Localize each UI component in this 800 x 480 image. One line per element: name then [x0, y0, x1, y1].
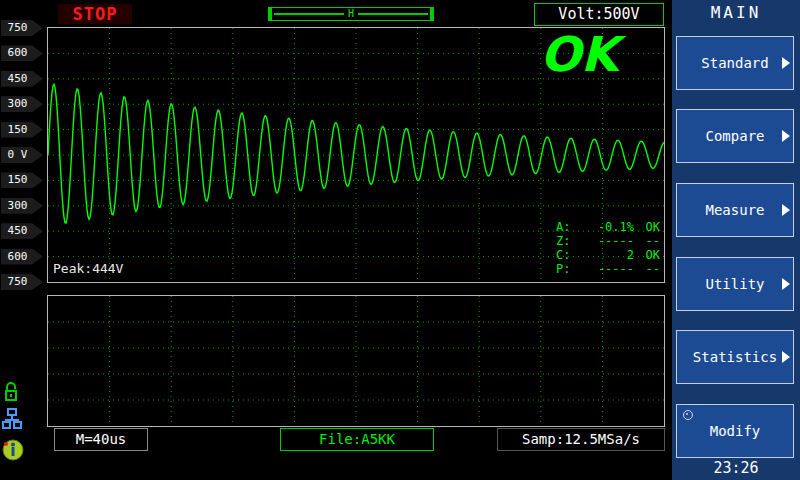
- readout-row: P:-------: [556, 262, 660, 276]
- readout-row: C:2OK: [556, 248, 660, 262]
- chevron-right-icon: [782, 57, 790, 69]
- menu-item-label: Statistics: [693, 349, 777, 365]
- pass-indicator: OK: [540, 28, 618, 80]
- main-menu: MAIN Standard Compare Measure Utility St…: [672, 0, 800, 480]
- menu-item-utility[interactable]: Utility: [676, 257, 794, 311]
- scale-label: 450: [1, 71, 43, 87]
- menu-item-label: Compare: [705, 128, 764, 144]
- file-name[interactable]: File:A5KK: [280, 428, 434, 451]
- menu-item-standard[interactable]: Standard: [676, 36, 794, 90]
- unlock-icon: [2, 381, 20, 405]
- scale-label: 300: [1, 198, 43, 214]
- readout-row: A:-0.1%OK: [556, 220, 660, 234]
- readout-row: Z:-------: [556, 234, 660, 248]
- peak-readout: Peak:444V: [53, 261, 123, 276]
- scale-label: 750: [1, 274, 43, 290]
- scale-label: 600: [1, 45, 43, 61]
- chevron-right-icon: [782, 204, 790, 216]
- measurement-readout: A:-0.1%OKZ:-------C:2OKP:-------: [556, 220, 660, 276]
- scale-label: 450: [1, 223, 43, 239]
- chevron-right-icon: [782, 351, 790, 363]
- secondary-svg: [48, 296, 664, 426]
- scale-label: 300: [1, 96, 43, 112]
- tester-screen: STOP H Volt:500V 7506004503001500 V15030…: [0, 0, 800, 480]
- scale-label: 0 V: [1, 147, 43, 163]
- stop-indicator: STOP: [58, 4, 132, 24]
- menu-item-compare[interactable]: Compare: [676, 109, 794, 163]
- h-position-slider[interactable]: H: [268, 7, 434, 21]
- menu-item-label: Measure: [705, 202, 764, 218]
- scale-label: 150: [1, 122, 43, 138]
- info-icon: [2, 438, 24, 462]
- menu-item-measure[interactable]: Measure: [676, 183, 794, 237]
- timebase-setting[interactable]: M=40us: [54, 428, 148, 451]
- slider-handle-label: H: [344, 8, 358, 20]
- menu-item-label: Modify: [710, 423, 761, 439]
- chevron-right-icon: [782, 130, 790, 142]
- secondary-display: [47, 295, 665, 427]
- chevron-right-icon: [782, 278, 790, 290]
- clock: 23:26: [672, 459, 800, 477]
- scale-label: 600: [1, 249, 43, 265]
- scale-label: 750: [1, 20, 43, 36]
- menu-title: MAIN: [672, 0, 800, 22]
- gear-icon: [683, 410, 693, 420]
- menu-item-modify[interactable]: Modify: [676, 404, 794, 458]
- menu-item-statistics[interactable]: Statistics: [676, 330, 794, 384]
- waveform-display: OK Peak:444V A:-0.1%OKZ:-------C:2OKP:--…: [47, 27, 665, 283]
- network-icon: [2, 408, 22, 432]
- menu-item-label: Standard: [701, 55, 768, 71]
- scale-label: 150: [1, 172, 43, 188]
- menu-item-label: Utility: [705, 276, 764, 292]
- sample-rate: Samp:12.5MSa/s: [497, 428, 665, 451]
- volt-setting[interactable]: Volt:500V: [534, 3, 664, 26]
